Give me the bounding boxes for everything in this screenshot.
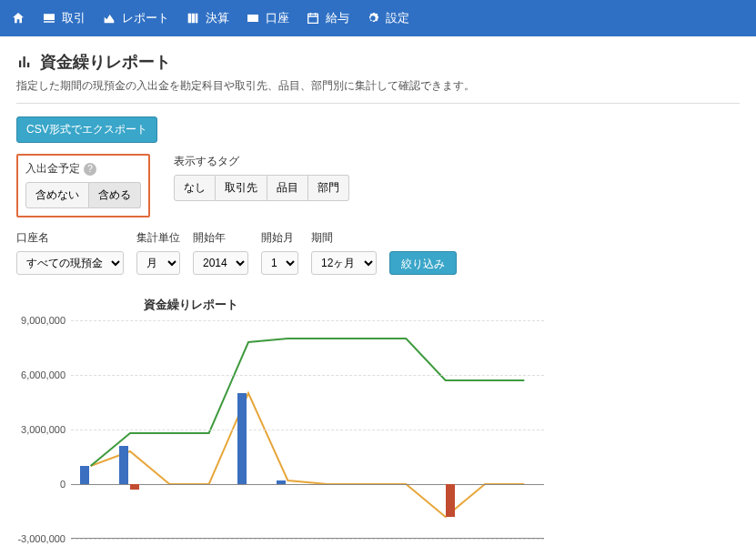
tag-item-button[interactable]: 品目 bbox=[267, 175, 308, 201]
help-icon[interactable]: ? bbox=[84, 163, 96, 176]
tray-icon bbox=[42, 11, 56, 25]
apply-filter-button[interactable]: 絞り込み bbox=[389, 251, 457, 275]
y-axis: -3,000,00003,000,0006,000,0009,000,000 bbox=[16, 320, 69, 539]
tag-none-button[interactable]: なし bbox=[174, 175, 216, 201]
tags-toggle: なし 取引先 品目 部門 bbox=[174, 175, 349, 201]
start-year-label: 開始年 bbox=[193, 230, 248, 246]
account-select[interactable]: すべての現預金 bbox=[16, 251, 124, 275]
chart-title: 資金繰りレポート bbox=[144, 297, 740, 313]
income-bar bbox=[277, 480, 286, 484]
nav-label: 口座 bbox=[266, 10, 289, 26]
period-label: 期間 bbox=[311, 230, 377, 246]
period-select[interactable]: 12ヶ月 bbox=[311, 251, 377, 275]
start-year-select[interactable]: 2014 bbox=[193, 251, 248, 275]
tags-label: 表示するタグ bbox=[174, 154, 349, 169]
tag-dept-button[interactable]: 部門 bbox=[308, 175, 349, 201]
y-tick: 3,000,000 bbox=[21, 424, 66, 435]
y-tick: 6,000,000 bbox=[21, 369, 66, 380]
chart: 資金繰りレポート -3,000,00003,000,0006,000,0009,… bbox=[16, 297, 740, 546]
schedule-filter-highlight: 入出金予定 ? 含めない 含める bbox=[16, 154, 150, 217]
y-tick: 9,000,000 bbox=[21, 315, 66, 326]
schedule-toggle: 含めない 含める bbox=[25, 182, 141, 208]
nav-label: 決算 bbox=[206, 10, 229, 26]
calendar-icon bbox=[306, 11, 320, 25]
card-icon bbox=[246, 11, 260, 25]
income-bar bbox=[119, 446, 128, 484]
line-収支 bbox=[91, 393, 525, 517]
schedule-label: 入出金予定 bbox=[25, 161, 80, 177]
nav-label: レポート bbox=[122, 10, 169, 26]
report-icon bbox=[16, 54, 33, 70]
unit-label: 集計単位 bbox=[136, 230, 180, 246]
nav-settings[interactable]: 設定 bbox=[366, 10, 409, 26]
nav-label: 設定 bbox=[386, 10, 409, 26]
schedule-include-button[interactable]: 含める bbox=[89, 182, 141, 208]
expense-bar bbox=[130, 484, 139, 490]
page-description: 指定した期間の現預金の入出金を勘定科目や取引先、品目、部門別に集計して確認できま… bbox=[16, 78, 740, 94]
tag-partner-button[interactable]: 取引先 bbox=[216, 175, 267, 201]
line-残高 bbox=[91, 339, 525, 466]
expense-bar bbox=[446, 484, 455, 517]
nav-home[interactable] bbox=[11, 11, 25, 25]
income-bar bbox=[237, 393, 247, 484]
start-month-label: 開始月 bbox=[261, 230, 298, 246]
account-label: 口座名 bbox=[16, 230, 124, 246]
home-icon bbox=[11, 11, 25, 25]
nav-label: 給与 bbox=[326, 10, 349, 26]
nav-payroll[interactable]: 給与 bbox=[306, 10, 349, 26]
y-tick: 0 bbox=[60, 479, 66, 490]
y-tick: -3,000,000 bbox=[17, 533, 66, 544]
nav-transactions[interactable]: 取引 bbox=[42, 10, 86, 26]
top-nav: 取引 レポート 決算 口座 給与 設定 bbox=[0, 0, 756, 36]
export-csv-button[interactable]: CSV形式でエクスポート bbox=[16, 116, 157, 143]
chart-icon bbox=[102, 11, 116, 25]
income-bar bbox=[80, 466, 89, 484]
page-title: 資金繰りレポート bbox=[40, 51, 171, 73]
start-month-select[interactable]: 1 bbox=[261, 251, 298, 275]
nav-accounts[interactable]: 口座 bbox=[246, 10, 289, 26]
gear-icon bbox=[366, 11, 380, 25]
nav-closing[interactable]: 決算 bbox=[186, 10, 229, 26]
page-header: 資金繰りレポート bbox=[16, 51, 740, 73]
nav-reports[interactable]: レポート bbox=[102, 10, 169, 26]
divider bbox=[16, 103, 740, 104]
plot-area bbox=[71, 320, 544, 539]
nav-label: 取引 bbox=[62, 10, 86, 26]
books-icon bbox=[186, 11, 200, 25]
unit-select[interactable]: 月 bbox=[136, 251, 180, 275]
schedule-exclude-button[interactable]: 含めない bbox=[25, 182, 89, 208]
